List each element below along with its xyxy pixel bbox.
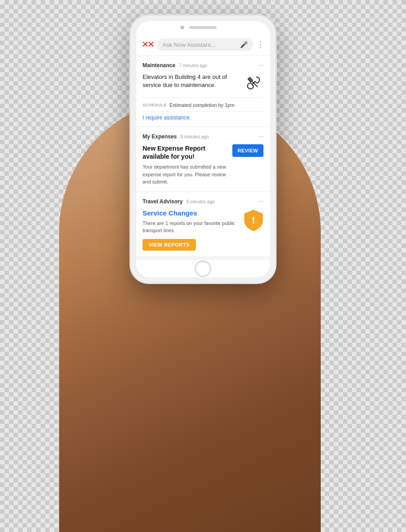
expenses-body: New Expense Report available for you! Yo… (143, 144, 263, 186)
phone-top-bar (136, 21, 270, 34)
expenses-card: My Expenses 8 minutes ago ··· New Expens… (136, 127, 270, 191)
schedule-row: SCHEDULE Estimated completion by 1pm (143, 97, 263, 108)
phone-frame: ✕✕ Ask Now Assistant... 🎤 ⋮ Maintenance (131, 16, 275, 283)
expenses-title: My Expenses (143, 133, 177, 140)
expenses-more-icon[interactable]: ··· (259, 133, 263, 141)
schedule-value: Estimated completion by 1pm (170, 102, 235, 108)
tools-icon (244, 73, 263, 93)
volume-down-button (129, 89, 131, 109)
service-changes-heading: Service Changes (143, 209, 239, 217)
svg-text:!: ! (252, 215, 255, 226)
maintenance-more-icon[interactable]: ··· (259, 61, 263, 69)
expenses-description: Your department has submitted a new expe… (143, 163, 228, 186)
travel-time: 8 minutes ago (186, 199, 215, 204)
app-logo: ✕✕ (142, 40, 153, 50)
search-input-wrapper[interactable]: Ask Now Assistant... 🎤 (157, 38, 253, 51)
menu-dots-icon[interactable]: ⋮ (257, 40, 264, 50)
maintenance-title: Maintenance (143, 62, 175, 69)
home-button[interactable] (195, 261, 211, 277)
microphone-icon[interactable]: 🎤 (240, 41, 248, 48)
travel-text-block: Service Changes There are 1 reports on y… (143, 209, 239, 251)
travel-title: Travel Advisory (143, 198, 183, 205)
travel-more-icon[interactable]: ··· (259, 197, 263, 206)
review-button[interactable]: REVIEW (232, 144, 263, 157)
phone-screen: ✕✕ Ask Now Assistant... 🎤 ⋮ Maintenance (136, 21, 270, 277)
expenses-heading: New Expense Report available for you! (143, 144, 228, 161)
expenses-title-group: My Expenses 8 minutes ago (143, 133, 209, 140)
expenses-time: 8 minutes ago (180, 134, 209, 139)
expenses-card-header: My Expenses 8 minutes ago ··· (143, 133, 263, 141)
maintenance-title-group: Maintenance 7 minutes ago (143, 62, 208, 69)
phone-container: ✕✕ Ask Now Assistant... 🎤 ⋮ Maintenance (131, 16, 275, 283)
travel-advisory-card: Travel Advisory 8 minutes ago ··· Servic… (136, 192, 270, 256)
schedule-label: SCHEDULE (143, 103, 167, 107)
power-button (275, 52, 277, 79)
mute-button (129, 47, 131, 61)
view-reports-button[interactable]: VIEW REPORTS (143, 239, 196, 251)
scene: ✕✕ Ask Now Assistant... 🎤 ⋮ Maintenance (0, 0, 406, 532)
app-content: ✕✕ Ask Now Assistant... 🎤 ⋮ Maintenance (136, 34, 270, 259)
travel-title-group: Travel Advisory 8 minutes ago (143, 198, 215, 205)
maintenance-card: Maintenance 7 minutes ago ··· Elevators … (136, 56, 270, 126)
volume-up-button (129, 65, 131, 86)
maintenance-body: Elevators in Building 4 are out of servi… (143, 73, 263, 93)
shield-warning-icon: ! (244, 209, 263, 232)
earpiece-speaker (189, 26, 217, 29)
maintenance-message: Elevators in Building 4 are out of servi… (143, 73, 239, 89)
phone-bottom-bar (136, 259, 270, 277)
travel-body: Service Changes There are 1 reports on y… (143, 209, 263, 251)
travel-description: There are 1 reports on your favorite pub… (143, 220, 239, 234)
front-camera (180, 26, 184, 29)
maintenance-card-header: Maintenance 7 minutes ago ··· (143, 61, 263, 69)
maintenance-time: 7 minutes ago (179, 63, 208, 68)
search-bar[interactable]: ✕✕ Ask Now Assistant... 🎤 ⋮ (136, 34, 270, 56)
logo-icon: ✕✕ (142, 40, 153, 50)
assistance-link[interactable]: I require assistance. (143, 111, 263, 121)
search-input[interactable]: Ask Now Assistant... (162, 41, 237, 48)
expenses-text-block: New Expense Report available for you! Yo… (143, 144, 228, 186)
travel-card-header: Travel Advisory 8 minutes ago ··· (143, 197, 263, 206)
